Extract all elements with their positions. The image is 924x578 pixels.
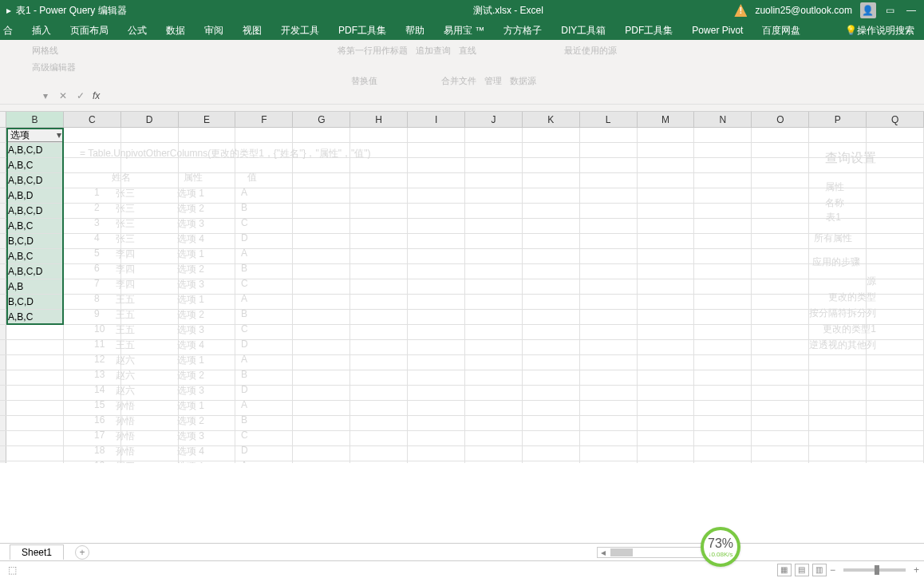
cell[interactable] xyxy=(752,386,809,400)
cell[interactable] xyxy=(638,446,695,461)
cell[interactable] xyxy=(64,143,121,157)
tab-dev-tools[interactable]: 开发工具 xyxy=(271,21,329,40)
cell[interactable] xyxy=(809,416,867,430)
cell[interactable] xyxy=(293,416,350,430)
zoom-out-button[interactable]: − xyxy=(830,564,835,576)
cell[interactable] xyxy=(694,401,752,415)
cell[interactable] xyxy=(809,355,867,370)
cell[interactable] xyxy=(121,446,179,461)
cell[interactable] xyxy=(580,204,638,218)
tab-page-layout[interactable]: 页面布局 xyxy=(61,21,118,40)
cell[interactable] xyxy=(293,386,350,400)
cell[interactable] xyxy=(6,340,64,354)
cell[interactable] xyxy=(809,173,867,188)
cell[interactable] xyxy=(465,370,523,385)
cell[interactable] xyxy=(350,461,408,463)
avatar[interactable]: 👤 xyxy=(860,2,876,18)
cell[interactable] xyxy=(293,340,350,354)
cell[interactable] xyxy=(179,431,236,445)
cell[interactable] xyxy=(694,143,752,157)
cell[interactable] xyxy=(638,370,695,385)
cell[interactable] xyxy=(523,461,580,463)
cell[interactable] xyxy=(580,219,638,233)
warning-icon[interactable] xyxy=(734,4,747,17)
cell[interactable] xyxy=(293,295,350,309)
cell[interactable]: A,B,C,D xyxy=(6,204,64,218)
cell[interactable] xyxy=(638,264,695,279)
cell[interactable] xyxy=(694,279,752,294)
cell[interactable] xyxy=(179,386,236,400)
cell[interactable] xyxy=(638,249,695,263)
cell[interactable] xyxy=(752,446,809,461)
cell[interactable] xyxy=(64,173,121,188)
cell[interactable] xyxy=(867,264,924,279)
cell[interactable]: A,B,C,D xyxy=(6,264,64,279)
cell[interactable] xyxy=(638,279,695,294)
cell[interactable] xyxy=(235,340,293,354)
cell[interactable] xyxy=(408,431,465,445)
cell[interactable] xyxy=(638,173,695,188)
cell[interactable] xyxy=(867,325,924,339)
cell[interactable] xyxy=(867,204,924,218)
normal-view-button[interactable]: ▦ xyxy=(777,564,792,576)
cell[interactable] xyxy=(408,279,465,294)
cell[interactable] xyxy=(121,234,179,248)
cell[interactable] xyxy=(638,355,695,370)
tab-power-pivot[interactable]: Power Pivot xyxy=(682,21,752,40)
enter-icon[interactable]: ✓ xyxy=(75,90,86,101)
cell[interactable] xyxy=(752,355,809,370)
cell[interactable] xyxy=(809,143,867,157)
tab-insert[interactable]: 插入 xyxy=(22,21,61,40)
cell[interactable] xyxy=(523,340,580,354)
cell[interactable] xyxy=(64,249,121,263)
cell[interactable] xyxy=(694,370,752,385)
cell[interactable] xyxy=(694,264,752,279)
col-header-o[interactable]: O xyxy=(752,112,809,127)
cell[interactable] xyxy=(293,325,350,339)
tab-tell-me[interactable]: 💡 操作说明搜索 xyxy=(835,21,924,40)
cell[interactable] xyxy=(523,325,580,339)
dropdown-header-cell[interactable]: 选项 ▾ xyxy=(6,128,64,142)
cell[interactable] xyxy=(580,416,638,430)
cell[interactable] xyxy=(694,249,752,263)
cell[interactable] xyxy=(179,416,236,430)
cell[interactable] xyxy=(408,446,465,461)
cell[interactable] xyxy=(350,143,408,157)
cell[interactable] xyxy=(235,446,293,461)
cell[interactable] xyxy=(867,340,924,354)
cell[interactable] xyxy=(465,295,523,309)
cell[interactable] xyxy=(408,461,465,463)
cell[interactable] xyxy=(580,370,638,385)
cell[interactable] xyxy=(64,431,121,445)
cell[interactable] xyxy=(235,143,293,157)
cell[interactable] xyxy=(638,188,695,203)
col-header-n[interactable]: N xyxy=(694,112,752,127)
cell[interactable] xyxy=(179,446,236,461)
cell[interactable] xyxy=(6,325,64,339)
cell[interactable] xyxy=(580,264,638,279)
cell[interactable] xyxy=(408,370,465,385)
cell[interactable] xyxy=(179,370,236,385)
cell[interactable] xyxy=(408,310,465,324)
cell[interactable] xyxy=(350,325,408,339)
cell[interactable] xyxy=(179,249,236,263)
cell[interactable] xyxy=(523,234,580,248)
cell[interactable] xyxy=(350,234,408,248)
cell[interactable] xyxy=(809,401,867,415)
cell[interactable] xyxy=(465,461,523,463)
cell[interactable] xyxy=(523,431,580,445)
namebox-dropdown[interactable]: ▾ xyxy=(40,90,51,101)
cell[interactable] xyxy=(465,446,523,461)
cell[interactable] xyxy=(293,173,350,188)
tab-eztool[interactable]: 易用宝 ™ xyxy=(434,21,494,40)
cell[interactable] xyxy=(408,264,465,279)
cell[interactable] xyxy=(350,173,408,188)
cell[interactable] xyxy=(523,401,580,415)
cell[interactable] xyxy=(293,310,350,324)
cell[interactable] xyxy=(179,219,236,233)
tab-baidu[interactable]: 百度网盘 xyxy=(752,21,810,40)
cell[interactable] xyxy=(523,264,580,279)
cell[interactable] xyxy=(64,446,121,461)
col-header-h[interactable]: H xyxy=(350,112,408,127)
cell[interactable] xyxy=(64,370,121,385)
